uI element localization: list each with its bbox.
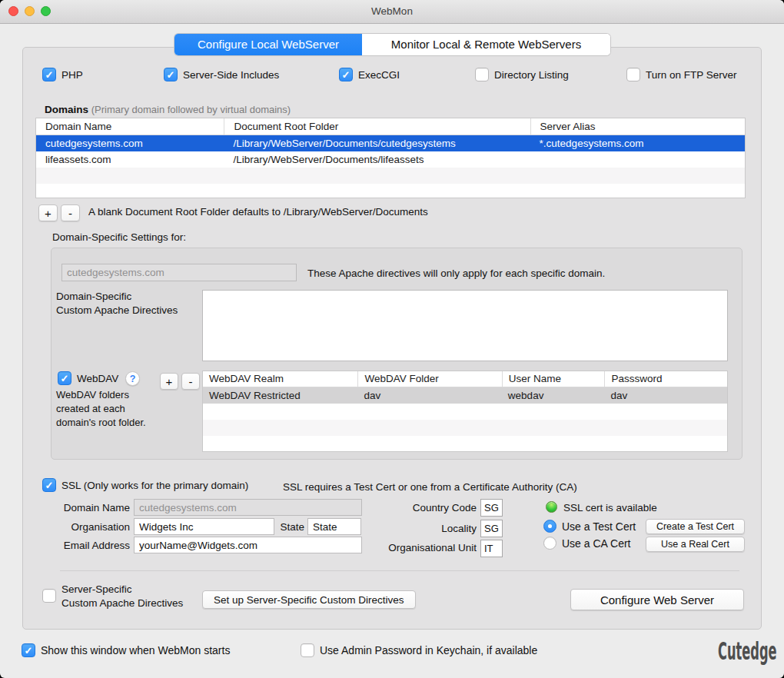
server-specific-checkbox[interactable] [42,589,56,603]
domains-footnote: A blank Document Root Folder defaults to… [88,206,428,218]
divider [60,570,739,571]
ssl-note: SSL requires a Test Cert or one from a C… [283,481,577,493]
table-row-cutedgesystems[interactable]: cutedgesystems.com /Library/WebServer/Do… [36,135,745,151]
remove-webdav-button[interactable]: - [181,373,200,390]
domain-settings-note: These Apache directives will only apply … [307,268,605,279]
webdav-user-cell: webdav [502,387,605,404]
checkbox-check-icon: ✓ [22,643,35,657]
directory-listing-checkbox[interactable]: Directory Listing [475,68,569,81]
ssl-label: SSL (Only works for the primary domain) [61,480,248,491]
organisation-field[interactable] [134,518,274,535]
tab-monitor-webservers[interactable]: Monitor Local & Remote WebServers [362,34,610,55]
help-icon[interactable]: ? [125,371,140,386]
custom-directives-label-line1: Domain-Specific [56,291,131,302]
checkbox-check-icon: ✓ [339,68,353,81]
php-checkbox[interactable]: ✓ PHP [42,68,83,81]
country-code-label: Country Code [361,502,477,513]
webdav-realm-cell: WebDAV Restricted [203,387,357,404]
use-test-cert-label: Use a Test Cert [562,520,636,533]
ssl-status-text: SSL cert is available [563,502,657,513]
webmon-window: WebMon Configure Local WebServer Monitor… [0,0,784,678]
domain-name-label: Domain Name [42,502,130,513]
domains-table-header[interactable]: Domain Name Document Root Folder Server … [36,118,745,135]
column-header[interactable]: WebDAV Realm [203,371,357,387]
empty-row[interactable] [36,168,745,184]
checkbox-box [42,589,56,603]
webdav-table-header[interactable]: WebDAV Realm WebDAV Folder User Name Pas… [203,371,727,387]
email-field[interactable] [134,537,362,553]
checkbox-box [626,68,640,81]
org-unit-field[interactable] [480,540,503,557]
use-test-cert-radio[interactable]: Use a Test Cert [543,520,636,533]
setup-server-directives-button[interactable]: Set up Server-Specific Custom Directives [202,590,416,609]
add-webdav-button[interactable]: + [160,373,178,390]
php-label: PHP [61,69,83,81]
checkbox-check-icon: ✓ [164,68,178,81]
tab-bar: Configure Local WebServer Monitor Local … [174,34,610,55]
empty-row[interactable] [203,420,727,436]
webdav-checkbox[interactable]: ✓ WebDAV [58,371,118,385]
checkbox-check-icon: ✓ [58,371,71,385]
add-domain-button[interactable]: + [38,204,58,221]
webdav-description-line3: domain's root folder. [56,417,146,428]
tab-configure-local-webserver[interactable]: Configure Local WebServer [174,34,362,55]
server-side-includes-checkbox[interactable]: ✓ Server-Side Includes [164,68,279,81]
server-specific-label-line1: Server-Specific [61,583,132,595]
server-alias-cell [530,151,745,168]
empty-row[interactable] [36,184,745,198]
checkbox-box [475,68,489,81]
table-row-lifeassets[interactable]: lifeassets.com /Library/WebServer/Docume… [36,151,745,168]
server-alias-cell: *.cutedgesystems.com [530,135,745,151]
locality-field[interactable] [480,520,503,537]
keychain-checkbox[interactable]: Use Admin Password in Keychain, if avail… [301,643,537,657]
empty-row[interactable] [203,404,727,420]
webdav-password-cell: dav [604,387,727,404]
webdav-label: WebDAV [77,373,118,384]
use-ca-cert-label: Use a CA Cert [562,537,630,550]
country-code-field[interactable] [480,499,503,517]
email-label: Email Address [42,540,130,551]
ssl-domain-name-field[interactable] [134,499,362,516]
title-bar[interactable]: WebMon [0,0,784,24]
remove-domain-button[interactable]: - [61,204,80,221]
locality-label: Locality [361,523,477,534]
domains-heading: Domains (Primary domain followed by virt… [45,104,291,115]
custom-directives-textarea[interactable] [202,290,728,361]
selected-domain-field[interactable] [61,264,297,281]
column-header[interactable]: WebDAV Folder [357,371,501,387]
column-header[interactable]: Passsword [604,371,727,387]
empty-row[interactable] [203,436,727,452]
ssl-checkbox[interactable]: ✓ SSL (Only works for the primary domain… [42,478,248,492]
ssi-label: Server-Side Includes [183,69,279,81]
state-field[interactable] [307,518,361,535]
server-specific-label-line2: Custom Apache Directives [61,597,183,609]
directory-listing-label: Directory Listing [494,69,569,81]
keychain-label: Use Admin Password in Keychain, if avail… [320,644,537,656]
table-row-webdav-restricted[interactable]: WebDAV Restricted dav webdav dav [203,387,727,404]
webdav-description-line1: WebDAV folders [56,389,129,400]
use-ca-cert-radio[interactable]: Use a CA Cert [543,537,630,550]
column-header[interactable]: Domain Name [36,118,224,135]
column-header[interactable]: User Name [502,371,605,387]
execcgi-checkbox[interactable]: ✓ ExecCGI [339,68,400,81]
org-unit-label: Organisational Unit [361,542,477,553]
column-header[interactable]: Server Alias [530,118,745,135]
ftp-label: Turn on FTP Server [646,69,737,81]
document-root-cell: /Library/WebServer/Documents/cutedgesyst… [224,135,530,151]
execcgi-label: ExecCGI [358,69,400,81]
cutedge-logo: Cutedge [718,637,777,666]
webdav-description-line2: created at each [56,403,125,414]
ftp-server-checkbox[interactable]: Turn on FTP Server [626,68,737,81]
use-real-cert-button[interactable]: Use a Real Cert [646,537,745,552]
column-header[interactable]: Document Root Folder [224,118,530,135]
ssl-status-led-icon [546,501,557,513]
checkbox-box [301,643,314,657]
domain-settings-heading: Domain-Specific Settings for: [52,231,186,243]
checkbox-check-icon: ✓ [42,478,56,492]
create-test-cert-button[interactable]: Create a Test Cert [646,519,745,534]
show-window-checkbox[interactable]: ✓ Show this window when WebMon starts [22,643,230,657]
webdav-table: WebDAV Realm WebDAV Folder User Name Pas… [202,371,728,452]
configure-web-server-button[interactable]: Configure Web Server [570,589,744,610]
custom-directives-label-line2: Custom Apache Directives [56,304,178,316]
show-window-label: Show this window when WebMon starts [41,644,230,656]
